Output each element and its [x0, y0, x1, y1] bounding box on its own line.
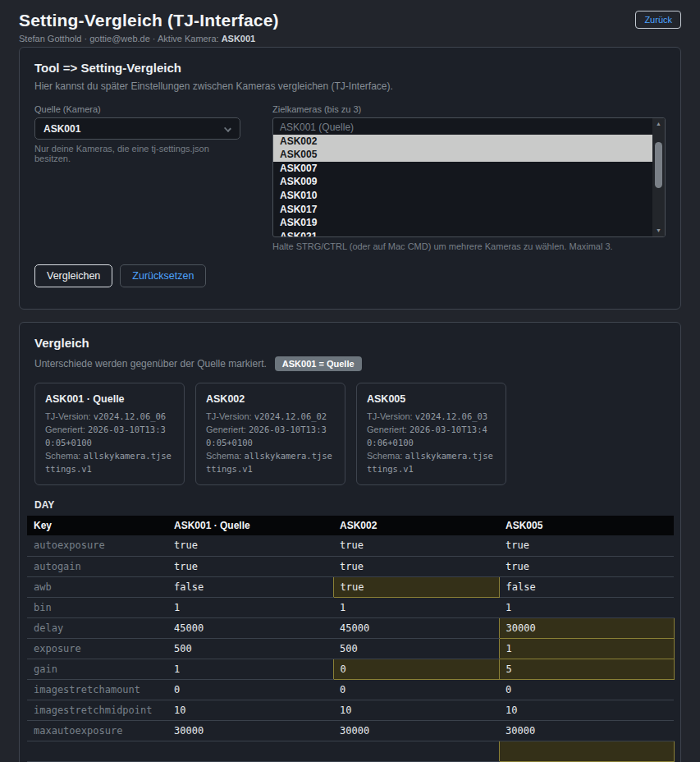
table-row: imagestretchmidpoint101010 [27, 700, 674, 720]
target-camera-option[interactable]: ASK019 [273, 216, 652, 230]
meta-cards: ASK001 · QuelleTJ-Version: v2024.12.06_0… [34, 383, 666, 485]
table-row: awbfalsetruefalse [27, 576, 674, 597]
user-email: gottie@web.de [89, 34, 150, 44]
active-camera-value: ASK001 [222, 34, 256, 44]
table-row: exposure5005001 [27, 638, 674, 659]
setting-key-cell: maxautoexposure [27, 720, 167, 741]
diff-table-column-header: Key [27, 516, 167, 535]
setting-value-cell: 500 [333, 638, 499, 659]
active-camera-label: Aktive Kamera: [158, 34, 219, 44]
scroll-down-icon[interactable]: ▼ [652, 225, 665, 236]
diff-table-column-header: ASK001 · Quelle [167, 516, 333, 535]
target-camera-option[interactable]: ASK010 [273, 189, 652, 203]
source-camera-label: Quelle (Kamera) [34, 104, 240, 114]
meta-generated: Generiert: 2026-03-10T13:30:05+0100 [45, 423, 174, 449]
back-button[interactable]: Zurück [635, 11, 681, 29]
diff-table-column-header: ASK005 [499, 516, 674, 535]
table-row: gain105 [27, 659, 674, 679]
targets-column: Zielkameras (bis zu 3) ASK001 (Quelle)AS… [272, 104, 666, 251]
source-column: Quelle (Kamera) ASK001 Nur deine Kameras… [34, 104, 240, 251]
meta-card-title: ASK002 [206, 392, 335, 406]
setting-value-cell: 0 [167, 679, 333, 700]
page-title: Setting-Vergleich (TJ-Interface) [19, 11, 681, 30]
setting-value-cell: 0 [499, 679, 674, 700]
source-camera-help: Nur deine Kameras, die eine tj-settings.… [34, 144, 240, 163]
table-row: imagestretchamount000 [27, 679, 674, 700]
target-camera-option[interactable]: ASK005 [273, 148, 652, 162]
camera-meta-card: ASK001 · QuelleTJ-Version: v2024.12.06_0… [34, 383, 185, 485]
table-row: maxautoexposure300003000030000 [27, 720, 674, 741]
setting-value-cell: 10 [333, 700, 499, 720]
target-cameras-help: Halte STRG/CTRL (oder auf Mac CMD) um me… [272, 241, 666, 251]
table-row: bin111 [27, 597, 674, 617]
target-camera-option[interactable]: ASK021 [273, 230, 652, 237]
meta-card-title: ASK001 · Quelle [45, 392, 174, 406]
chevron-down-icon [224, 125, 231, 132]
source-camera-select[interactable]: ASK001 [34, 117, 240, 140]
setting-value-cell: true [499, 535, 674, 556]
setting-value-cell: 1 [333, 597, 499, 617]
meta-generated: Generiert: 2026-03-10T13:30:05+0100 [206, 423, 335, 449]
diff-table-column-header: ASK002 [333, 516, 499, 535]
diff-table-wrap: KeyASK001 · QuelleASK002ASK005 autoexpos… [27, 516, 673, 762]
compare-card: Vergleich Unterschiede werden gegenüber … [19, 322, 681, 762]
setting-value-cell: 1 [499, 597, 674, 617]
setting-key-cell: autogain [27, 556, 167, 576]
setting-value-cell: true [333, 556, 499, 576]
reset-button[interactable]: Zurücksetzen [120, 264, 206, 287]
listbox-scrollbar[interactable]: ▲ ▼ [652, 118, 665, 236]
source-badge: ASK001 = Quelle [275, 356, 362, 371]
setting-key-cell: bin [27, 597, 167, 617]
setting-value-cell [333, 741, 499, 761]
target-camera-options: ASK001 (Quelle)ASK002ASK005ASK007ASK009A… [273, 121, 652, 237]
target-cameras-label: Zielkameras (bis zu 3) [272, 104, 666, 114]
compare-button[interactable]: Vergleichen [34, 264, 112, 287]
meta-tj-version: TJ-Version: v2024.12.06_06 [45, 410, 174, 423]
setting-key-cell: awb [27, 576, 167, 597]
compare-note: Unterschiede werden gegenüber der Quelle… [34, 358, 267, 370]
setting-key-cell: delay [27, 617, 167, 638]
source-camera-selected-value: ASK001 [43, 123, 80, 135]
meta-tj-version: TJ-Version: v2024.12.06_02 [206, 410, 335, 423]
diff-table-header-row: KeyASK001 · QuelleASK002ASK005 [27, 516, 674, 535]
setting-value-cell: 30000 [333, 720, 499, 741]
form-actions: Vergleichen Zurücksetzen [34, 264, 666, 287]
setting-value-cell: 1 [167, 659, 333, 679]
camera-meta-card: ASK002TJ-Version: v2024.12.06_02Generier… [195, 383, 345, 485]
target-camera-option[interactable]: ASK002 [273, 135, 652, 149]
separator-dot: · [85, 34, 88, 44]
table-row: autogaintruetruetrue [27, 556, 674, 576]
setting-value-cell: 45000 [333, 617, 499, 638]
setting-value-cell: true [167, 556, 333, 576]
diff-table-body: autoexposuretruetruetrueautogaintruetrue… [27, 535, 674, 761]
setting-value-cell: 30000 [499, 720, 674, 741]
meta-generated: Generiert: 2026-03-10T13:40:06+0100 [367, 423, 496, 449]
setting-value-cell-diff: true [333, 576, 499, 597]
setting-key-cell: autoexposure [27, 535, 167, 556]
table-row: autoexposuretruetruetrue [27, 535, 674, 556]
setting-value-cell: false [167, 576, 333, 597]
meta-tj-version: TJ-Version: v2024.12.06_03 [367, 410, 496, 423]
header: Setting-Vergleich (TJ-Interface) Stefan … [19, 0, 681, 47]
table-row [27, 741, 674, 761]
scroll-up-icon[interactable]: ▲ [652, 118, 665, 130]
setting-value-cell: 10 [167, 700, 333, 720]
meta-schema: Schema: allskykamera.tjsettings.v1 [45, 449, 174, 475]
diff-table: KeyASK001 · QuelleASK002ASK005 autoexpos… [27, 516, 675, 762]
setting-value-cell-diff: 0 [333, 659, 499, 679]
setting-key-cell [27, 741, 167, 761]
section-label-day: DAY [34, 499, 666, 511]
tool-card: Tool => Setting-Vergleich Hier kannst du… [19, 47, 681, 310]
setting-key-cell: imagestretchmidpoint [27, 700, 167, 720]
tool-card-title: Tool => Setting-Vergleich [34, 61, 666, 75]
meta-schema: Schema: allskykamera.tjsettings.v1 [206, 449, 335, 475]
meta-schema: Schema: allskykamera.tjsettings.v1 [367, 449, 496, 475]
target-camera-option[interactable]: ASK009 [273, 175, 652, 189]
target-camera-list[interactable]: ASK001 (Quelle)ASK002ASK005ASK007ASK009A… [272, 117, 666, 237]
setting-key-cell: imagestretchamount [27, 679, 167, 700]
scrollbar-thumb[interactable] [655, 142, 662, 188]
setting-value-cell: 45000 [167, 617, 333, 638]
setting-key-cell: exposure [27, 638, 167, 659]
target-camera-option[interactable]: ASK007 [273, 162, 652, 176]
target-camera-option[interactable]: ASK017 [273, 203, 652, 217]
